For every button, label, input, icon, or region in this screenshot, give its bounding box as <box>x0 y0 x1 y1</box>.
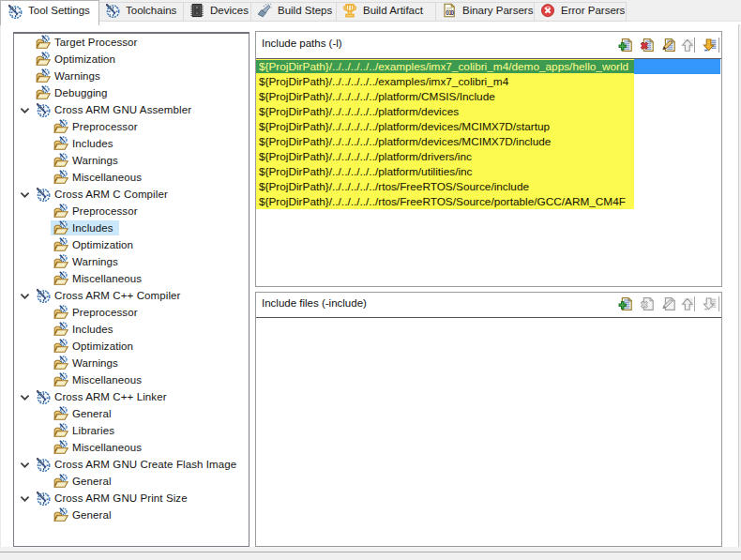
svg-text:0: 0 <box>451 9 455 16</box>
